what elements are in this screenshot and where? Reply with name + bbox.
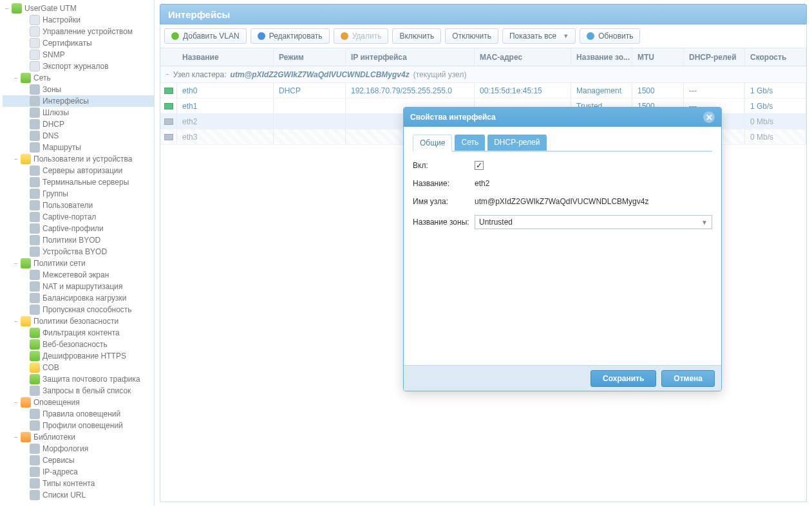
tree-group-alerts[interactable]: −Оповещения: [3, 397, 154, 408]
close-icon: ✕: [706, 113, 713, 122]
navigation-tree[interactable]: − UserGate UTM Настройки Управление устр…: [0, 0, 155, 506]
enable-button[interactable]: Включить: [392, 28, 441, 44]
tree-item-export-logs[interactable]: Экспорт журналов: [3, 61, 154, 72]
tree-item-auth-servers[interactable]: Серверы авторизации: [3, 165, 154, 176]
collapse-icon[interactable]: −: [12, 258, 21, 269]
tree-item-load-balancing[interactable]: Балансировка нагрузки: [3, 292, 154, 304]
page-icon: [30, 38, 40, 48]
tree-item-gateways[interactable]: Шлюзы: [3, 107, 154, 118]
tree-item-web-security[interactable]: Веб-безопасность: [3, 339, 154, 350]
add-vlan-button[interactable]: Добавить VLAN: [164, 28, 247, 44]
tree-item-https-decrypt[interactable]: Дешифрование HTTPS: [3, 350, 154, 362]
tree-group-users[interactable]: −Пользователи и устройства: [3, 153, 154, 165]
policy-icon: [21, 258, 31, 268]
tree-item-zones[interactable]: Зоны: [3, 84, 154, 95]
collapse-icon[interactable]: −: [12, 397, 21, 408]
tree-item-device-mgmt[interactable]: Управление устройством: [3, 26, 154, 37]
morph-icon: [30, 444, 40, 454]
tree-item-dns[interactable]: DNS: [3, 130, 154, 142]
refresh-icon: [587, 32, 594, 40]
enabled-checkbox[interactable]: ✓: [475, 161, 484, 170]
tab-dhcp-relay[interactable]: DHCP-релей: [487, 135, 546, 151]
tree-item-url-lists[interactable]: Списки URL: [3, 489, 154, 501]
tree-item-certificates[interactable]: Сертификаты: [3, 37, 154, 49]
tree-item-terminal-servers[interactable]: Терминальные серверы: [3, 176, 154, 188]
refresh-button[interactable]: Обновить: [580, 28, 640, 44]
save-button[interactable]: Сохранить: [590, 370, 656, 387]
cell-ip: 192.168.70.79/255.255.255.0: [346, 83, 475, 98]
column-ip[interactable]: IP интерфейса: [346, 48, 475, 66]
tree-item-alert-rules[interactable]: Правила оповещений: [3, 408, 154, 420]
disable-button[interactable]: Отключить: [445, 28, 498, 44]
tree-root[interactable]: − UserGate UTM: [3, 3, 154, 14]
portal-icon: [30, 212, 40, 222]
collapse-icon[interactable]: −: [12, 72, 21, 84]
tree-item-byod-devices[interactable]: Устройства BYOD: [3, 246, 154, 258]
lock-icon: [30, 351, 40, 361]
collapse-icon[interactable]: −: [12, 315, 21, 327]
zone-combobox-value: Untrusted: [479, 218, 513, 227]
cell-zone: Management: [571, 83, 632, 98]
column-name[interactable]: Название: [177, 48, 274, 66]
tree-item-morphology[interactable]: Морфология: [3, 443, 154, 454]
tree-item-ids[interactable]: СОВ: [3, 362, 154, 373]
tree-item-interfaces[interactable]: Интерфейсы: [3, 95, 154, 107]
tab-network[interactable]: Сеть: [455, 135, 485, 151]
tree-item-mail-protection[interactable]: Защита почтового трафика: [3, 373, 154, 385]
tree-item-groups[interactable]: Группы: [3, 188, 154, 200]
column-mode[interactable]: Режим: [274, 48, 346, 66]
tree-item-users[interactable]: Пользователи: [3, 200, 154, 211]
form-row-enabled: Вкл: ✓: [413, 161, 712, 170]
tree-item-ip-addresses[interactable]: IP-адреса: [3, 466, 154, 478]
tree-item-snmp[interactable]: SNMP: [3, 49, 154, 61]
dialog-tabs: Общие Сеть DHCP-релей: [413, 135, 712, 152]
node-value: utm@pXIdZ2GWIkZ7WaQdIVUCWNDLCBMygv4z: [475, 197, 648, 206]
tree-item-alert-profiles[interactable]: Профили оповещений: [3, 420, 154, 431]
tree-item-routes[interactable]: Маршруты: [3, 142, 154, 153]
collapse-icon[interactable]: −: [12, 153, 21, 165]
tree-group-network[interactable]: −Сеть: [3, 72, 154, 84]
dialog-header[interactable]: Свойства интерфейса ✕: [404, 108, 721, 127]
zone-label: Название зоны:: [413, 218, 475, 227]
cell-mode: [274, 129, 346, 144]
cell-name: eth3: [177, 129, 274, 144]
tree-item-services[interactable]: Сервисы: [3, 454, 154, 466]
tree-item-byod-policies[interactable]: Политики BYOD: [3, 234, 154, 246]
bell-icon: [21, 397, 31, 408]
server-icon: [30, 177, 40, 187]
tab-general[interactable]: Общие: [413, 135, 452, 152]
collapse-icon[interactable]: −: [165, 71, 169, 78]
delete-icon: [341, 32, 348, 40]
security-icon: [21, 316, 31, 326]
collapse-icon[interactable]: −: [12, 431, 21, 443]
tree-group-network-policies[interactable]: −Политики сети: [3, 258, 154, 269]
tree-group-libraries[interactable]: −Библиотеки: [3, 431, 154, 443]
tree-item-content-types[interactable]: Типы контента: [3, 478, 154, 489]
column-zone[interactable]: Название зо...: [571, 48, 632, 66]
column-speed[interactable]: Скорость: [745, 48, 806, 66]
column-mac[interactable]: MAC-адрес: [475, 48, 571, 66]
column-mtu[interactable]: MTU: [632, 48, 684, 66]
tree-item-firewall[interactable]: Межсетевой экран: [3, 269, 154, 281]
dns-icon: [30, 131, 40, 141]
close-button[interactable]: ✕: [703, 111, 715, 123]
column-relay[interactable]: DHCP-релей: [684, 48, 745, 66]
tree-item-captive-portal[interactable]: Captive-портал: [3, 211, 154, 223]
tree-item-captive-profiles[interactable]: Captive-профили: [3, 223, 154, 234]
tree-item-content-filter[interactable]: Фильтрация контента: [3, 327, 154, 339]
tree-item-dhcp[interactable]: DHCP: [3, 118, 154, 130]
tree-item-nat-routing[interactable]: NAT и маршрутизация: [3, 281, 154, 292]
tree-item-bandwidth[interactable]: Пропускная способность: [3, 304, 154, 315]
tree-item-whitelist-requests[interactable]: Запросы в белый список: [3, 385, 154, 397]
tree-group-security-policies[interactable]: −Политики безопасности: [3, 315, 154, 327]
group-row[interactable]: − Узел кластера: utm@pXIdZ2GWIkZ7WaQdIVU…: [160, 66, 806, 83]
collapse-icon[interactable]: −: [3, 3, 12, 14]
zone-combobox[interactable]: Untrusted ▼: [475, 215, 712, 229]
cancel-button[interactable]: Отмена: [661, 370, 715, 387]
show-all-button[interactable]: Показать все▼: [502, 28, 576, 44]
tree-item-settings[interactable]: Настройки: [3, 14, 154, 26]
delete-button[interactable]: Удалить: [334, 28, 389, 44]
edit-button[interactable]: Редактировать: [250, 28, 330, 44]
group-icon: [30, 189, 40, 199]
table-row[interactable]: eth0DHCP192.168.70.79/255.255.255.000:15…: [160, 83, 806, 98]
